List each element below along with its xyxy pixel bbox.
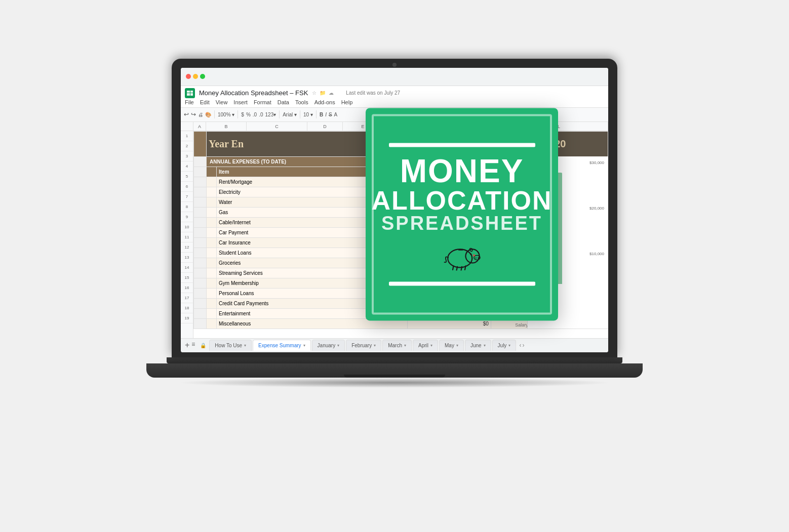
row-12: 12 xyxy=(181,242,193,253)
add-sheet-icon[interactable]: + xyxy=(185,341,189,350)
chart-label-10k: $10,000 xyxy=(589,252,604,256)
menu-insert[interactable]: Insert xyxy=(233,99,248,105)
tab-january-arrow[interactable]: ▾ xyxy=(337,343,339,348)
overlay-allocation: ALLOCATION xyxy=(372,187,553,214)
tab-controls: + ≡ xyxy=(185,341,195,350)
tab-may-arrow[interactable]: ▾ xyxy=(456,343,458,348)
sheets-menu-icon[interactable]: ≡ xyxy=(191,341,195,350)
svg-point-0 xyxy=(448,249,472,267)
row-10: 10 xyxy=(181,222,193,232)
strikethrough-icon[interactable]: S xyxy=(329,112,332,117)
font-size[interactable]: 10 ▾ xyxy=(303,112,313,117)
folder-icon[interactable]: 📁 xyxy=(320,90,326,96)
menu-data[interactable]: Data xyxy=(278,99,289,105)
laptop-hinge xyxy=(167,357,622,363)
sheets-title-bar: Money Allocation Spreadsheet – FSK ☆ 📁 ☁… xyxy=(185,88,604,98)
tab-july-arrow[interactable]: ▾ xyxy=(508,343,510,348)
overlay-spreadsheet: SPREADSHEET xyxy=(372,214,553,233)
tab-may[interactable]: May ▾ xyxy=(439,340,464,351)
overlay-line-top xyxy=(389,143,535,147)
tab-july[interactable]: July ▾ xyxy=(492,340,517,351)
col-c: C xyxy=(247,122,307,131)
zoom-selector[interactable]: 100% ▾ xyxy=(218,112,234,117)
tab-how-to-use-arrow[interactable]: ▾ xyxy=(244,343,246,348)
tab-june[interactable]: June ▾ xyxy=(465,340,491,351)
number-format[interactable]: 123▾ xyxy=(265,112,277,117)
close-dot[interactable] xyxy=(186,74,191,79)
minimize-dot[interactable] xyxy=(193,74,198,79)
sheets-header: Money Allocation Spreadsheet – FSK ☆ 📁 ☁… xyxy=(181,86,608,108)
svg-point-1 xyxy=(466,249,480,263)
font-selector[interactable]: Arial ▾ xyxy=(283,112,297,117)
menu-help[interactable]: Help xyxy=(341,99,353,105)
row-numbers: 1 2 3 4 5 6 7 8 9 10 11 12 13 14 xyxy=(181,131,193,342)
row-2: 2 xyxy=(181,141,193,151)
star-icon[interactable]: ☆ xyxy=(312,90,317,96)
tab-expense-summary-label: Expense Summary xyxy=(258,343,301,348)
menu-file[interactable]: File xyxy=(185,99,194,105)
tab-expense-summary[interactable]: Expense Summary ▾ xyxy=(253,340,310,351)
decimal-less[interactable]: .0 xyxy=(259,112,263,117)
redo-icon[interactable]: ↪ xyxy=(191,111,196,118)
scroll-tabs-left[interactable]: ‹ xyxy=(519,342,521,349)
menu-addons[interactable]: Add-ons xyxy=(314,99,335,105)
bold-icon[interactable]: B xyxy=(320,112,323,117)
cell-h1[interactable]: 20 xyxy=(553,131,608,156)
decimal-more[interactable]: .0 xyxy=(253,112,257,117)
scene: Money Allocation Spreadsheet – FSK ☆ 📁 ☁… xyxy=(116,38,673,494)
maximize-dot[interactable] xyxy=(200,74,205,79)
tab-july-label: July xyxy=(498,343,507,348)
cloud-icon[interactable]: ☁ xyxy=(329,90,334,96)
tab-how-to-use[interactable]: How To Use ▾ xyxy=(209,340,252,351)
menu-view[interactable]: View xyxy=(216,99,228,105)
overlay-money: MONEY xyxy=(372,155,553,187)
tab-may-label: May xyxy=(445,343,454,348)
tab-february-arrow[interactable]: ▾ xyxy=(374,343,376,348)
tab-april[interactable]: April ▾ xyxy=(413,340,438,351)
tab-march-label: March xyxy=(388,343,402,348)
overlay-card: MONEY ALLOCATION SPREADSHEET xyxy=(366,108,558,320)
laptop-base xyxy=(146,363,643,378)
percent-icon[interactable]: % xyxy=(246,112,251,117)
font-color-icon[interactable]: A xyxy=(334,112,338,117)
svg-line-6 xyxy=(453,266,454,270)
row-14: 14 xyxy=(181,263,193,273)
sheet-tabs: + ≡ 🔒 How To Use ▾ Expense Summary ▾ Jan… xyxy=(181,338,608,352)
tab-june-arrow[interactable]: ▾ xyxy=(484,343,486,348)
tab-expense-summary-arrow[interactable]: ▾ xyxy=(303,343,305,348)
col-a: A xyxy=(193,122,206,131)
cell-a1[interactable] xyxy=(194,131,207,156)
cell-b3[interactable] xyxy=(207,167,217,177)
lock-icon: 🔒 xyxy=(200,343,206,348)
cell-a3[interactable] xyxy=(194,167,207,177)
svg-line-8 xyxy=(461,266,462,270)
currency-icon[interactable]: $ xyxy=(241,112,244,117)
tab-february-label: February xyxy=(351,343,372,348)
tab-march[interactable]: March ▾ xyxy=(382,340,412,351)
browser-dots xyxy=(186,74,205,79)
tab-february[interactable]: February ▾ xyxy=(346,340,381,351)
col-b: B xyxy=(206,122,247,131)
italic-icon[interactable]: I xyxy=(325,112,327,117)
menu-edit[interactable]: Edit xyxy=(200,99,210,105)
tab-january-label: January xyxy=(318,343,336,348)
tab-april-arrow[interactable]: ▾ xyxy=(430,343,432,348)
cell-a2[interactable] xyxy=(194,156,207,167)
svg-point-5 xyxy=(470,253,472,255)
menu-tools[interactable]: Tools xyxy=(295,99,308,105)
row-7: 7 xyxy=(181,192,193,202)
row-6: 6 xyxy=(181,182,193,192)
row-4: 4 xyxy=(181,161,193,172)
browser-bar xyxy=(181,68,608,86)
menu-format[interactable]: Format xyxy=(254,99,271,105)
scroll-tabs-right[interactable]: › xyxy=(522,342,524,349)
laptop-screen-bezel: Money Allocation Spreadsheet – FSK ☆ 📁 ☁… xyxy=(172,59,617,357)
print-icon[interactable]: 🖨 xyxy=(198,112,203,117)
format-paint-icon[interactable]: 🎨 xyxy=(205,112,211,117)
row-5: 5 xyxy=(181,172,193,182)
undo-icon[interactable]: ↩ xyxy=(184,111,189,118)
laptop-camera xyxy=(392,63,397,67)
tab-march-arrow[interactable]: ▾ xyxy=(404,343,406,348)
tab-january[interactable]: January ▾ xyxy=(312,340,345,351)
sheets-logo xyxy=(185,88,195,98)
